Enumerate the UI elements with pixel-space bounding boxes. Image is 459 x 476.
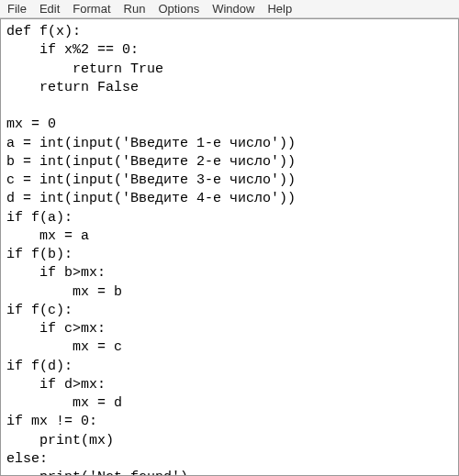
menu-edit[interactable]: Edit: [39, 2, 60, 16]
code-editor[interactable]: def f(x): if x%2 == 0: return True retur…: [0, 18, 459, 476]
menu-help[interactable]: Help: [267, 2, 292, 16]
menu-options[interactable]: Options: [158, 2, 199, 16]
code-content[interactable]: def f(x): if x%2 == 0: return True retur…: [1, 19, 458, 476]
menu-window[interactable]: Window: [212, 2, 254, 16]
menu-format[interactable]: Format: [73, 2, 110, 16]
menu-file[interactable]: File: [7, 2, 27, 16]
menubar: File Edit Format Run Options Window Help: [0, 0, 459, 18]
menu-run[interactable]: Run: [124, 2, 146, 16]
editor-window: File Edit Format Run Options Window Help…: [0, 0, 459, 476]
